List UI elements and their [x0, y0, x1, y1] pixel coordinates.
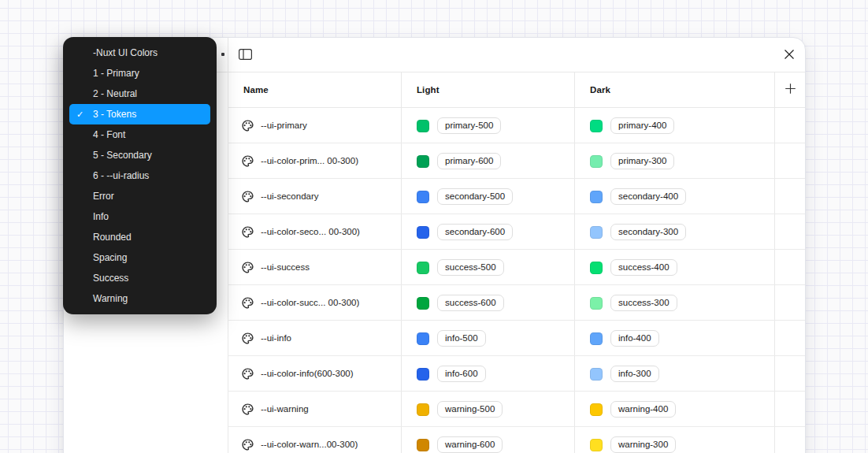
variable-name[interactable]: --ui-success	[261, 250, 310, 285]
palette-icon	[241, 332, 254, 348]
dark-color-swatch[interactable]	[590, 332, 603, 345]
light-value-chip[interactable]: success-500	[437, 259, 504, 276]
column-header-dark: Dark	[590, 72, 610, 108]
dark-color-swatch[interactable]	[590, 262, 603, 274]
menu-item[interactable]: ✓ 6 - --ui-radius	[69, 165, 210, 186]
dark-color-swatch[interactable]	[590, 297, 603, 310]
menu-item-label: Rounded	[93, 232, 132, 243]
light-color-swatch[interactable]	[417, 297, 429, 310]
menu-item[interactable]: ✓ Warning	[69, 288, 210, 309]
dark-value-chip[interactable]: primary-400	[610, 117, 674, 134]
dark-value-chip[interactable]: secondary-300	[610, 224, 686, 240]
panel-left-icon	[238, 47, 253, 64]
dark-color-swatch[interactable]	[590, 155, 603, 168]
palette-icon	[241, 296, 254, 313]
table-row[interactable]: --ui-success success-500 success-400	[228, 250, 805, 285]
menu-item-label: Spacing	[93, 252, 127, 263]
light-color-swatch[interactable]	[417, 120, 429, 132]
light-color-swatch[interactable]	[417, 439, 429, 451]
light-value-chip[interactable]: secondary-600	[437, 224, 513, 240]
menu-item-label: -Nuxt UI Colors	[93, 47, 158, 58]
variable-name[interactable]: --ui-color-warn...00-300)	[261, 427, 358, 453]
dark-color-swatch[interactable]	[590, 439, 603, 451]
light-color-swatch[interactable]	[417, 332, 429, 345]
table-row[interactable]: --ui-secondary secondary-500 secondary-4…	[228, 179, 805, 214]
table-row[interactable]: --ui-color-seco... 00-300) secondary-600…	[228, 214, 805, 250]
light-color-swatch[interactable]	[417, 226, 429, 239]
light-value-chip[interactable]: info-600	[437, 366, 486, 382]
menu-item-label: 1 - Primary	[93, 68, 139, 79]
dark-value-chip[interactable]: info-300	[610, 366, 659, 382]
checkmark-icon: ✓	[76, 104, 83, 124]
dark-color-swatch[interactable]	[590, 120, 603, 132]
dark-color-swatch[interactable]	[590, 368, 603, 381]
dark-value-chip[interactable]: success-400	[610, 259, 677, 276]
variable-name[interactable]: --ui-info	[261, 321, 291, 356]
light-value-chip[interactable]: secondary-500	[437, 188, 513, 205]
dark-value-chip[interactable]: primary-300	[610, 153, 674, 169]
menu-item-label: 5 - Secondary	[93, 150, 152, 161]
light-color-swatch[interactable]	[417, 155, 429, 168]
table-row[interactable]: --ui-color-warn...00-300) warning-600 wa…	[228, 427, 805, 453]
variable-name[interactable]: --ui-secondary	[261, 179, 319, 214]
dark-value-chip[interactable]: success-300	[610, 295, 677, 311]
add-mode-button[interactable]	[780, 80, 800, 100]
light-value-chip[interactable]: info-500	[437, 330, 486, 347]
light-value-chip[interactable]: warning-500	[437, 401, 503, 418]
variable-name[interactable]: --ui-color-info(600-300)	[261, 356, 354, 392]
variable-name[interactable]: --ui-color-seco... 00-300)	[261, 214, 360, 250]
menu-item[interactable]: ✓ -Nuxt UI Colors	[69, 43, 210, 63]
menu-item[interactable]: ✓ 2 - Neutral	[69, 84, 210, 104]
table-body: --ui-primary primary-500 primary-400 --u…	[228, 108, 805, 453]
light-value-chip[interactable]: warning-600	[437, 436, 503, 453]
dark-value-chip[interactable]: warning-300	[610, 436, 676, 453]
light-color-swatch[interactable]	[417, 191, 429, 203]
dark-color-swatch[interactable]	[590, 226, 603, 239]
light-color-swatch[interactable]	[417, 403, 429, 416]
close-button[interactable]	[779, 45, 799, 65]
chevron-remnant-dot	[221, 53, 224, 56]
light-color-swatch[interactable]	[417, 262, 429, 274]
dark-color-swatch[interactable]	[590, 403, 603, 416]
menu-item[interactable]: ✓ 5 - Secondary	[69, 145, 210, 165]
menu-item[interactable]: ✓ Spacing	[69, 247, 210, 268]
dark-value-chip[interactable]: info-400	[610, 330, 659, 347]
variable-name[interactable]: --ui-warning	[261, 392, 309, 427]
variable-name[interactable]: --ui-primary	[261, 108, 307, 143]
plus-icon	[785, 83, 796, 97]
dark-value-chip[interactable]: secondary-400	[610, 188, 686, 205]
table-row[interactable]: --ui-primary primary-500 primary-400	[228, 108, 805, 143]
column-header-light: Light	[417, 72, 440, 108]
menu-item-label: Success	[93, 273, 128, 284]
table-header: Name Light Dark	[228, 72, 805, 108]
menu-item[interactable]: ✓ 3 - Tokens	[69, 104, 210, 124]
menu-item[interactable]: ✓ 1 - Primary	[69, 63, 210, 84]
sidebar-toggle-button[interactable]	[235, 45, 255, 65]
variable-name[interactable]: --ui-color-prim... 00-300)	[261, 143, 358, 179]
table-row[interactable]: --ui-warning warning-500 warning-400	[228, 392, 805, 427]
menu-item[interactable]: ✓ Rounded	[69, 227, 210, 247]
column-header-name: Name	[243, 72, 269, 108]
menu-item[interactable]: ✓ 4 - Font	[69, 124, 210, 145]
light-value-chip[interactable]: success-600	[437, 295, 504, 311]
menu-item-label: 2 - Neutral	[93, 88, 137, 99]
light-value-chip[interactable]: primary-600	[437, 153, 501, 169]
table-row[interactable]: --ui-color-info(600-300) info-600 info-3…	[228, 356, 805, 392]
table-row[interactable]: --ui-color-prim... 00-300) primary-600 p…	[228, 143, 805, 179]
table-row[interactable]: --ui-info info-500 info-400	[228, 321, 805, 356]
dark-value-chip[interactable]: warning-400	[610, 401, 676, 418]
dark-color-swatch[interactable]	[590, 191, 603, 203]
menu-item[interactable]: ✓ Success	[69, 268, 210, 288]
menu-item[interactable]: ✓ Info	[69, 206, 210, 227]
menu-item[interactable]: ✓ Error	[69, 186, 210, 206]
light-value-chip[interactable]: primary-500	[437, 117, 501, 134]
variable-name[interactable]: --ui-color-succ... 00-300)	[261, 285, 359, 321]
menu-item-label: 3 - Tokens	[93, 109, 136, 120]
close-icon	[784, 49, 795, 62]
palette-icon	[241, 403, 254, 419]
menu-item-label: Error	[93, 191, 114, 202]
palette-icon	[241, 190, 254, 206]
table-row[interactable]: --ui-color-succ... 00-300) success-600 s…	[228, 285, 805, 321]
palette-icon	[241, 119, 254, 136]
light-color-swatch[interactable]	[417, 368, 429, 381]
